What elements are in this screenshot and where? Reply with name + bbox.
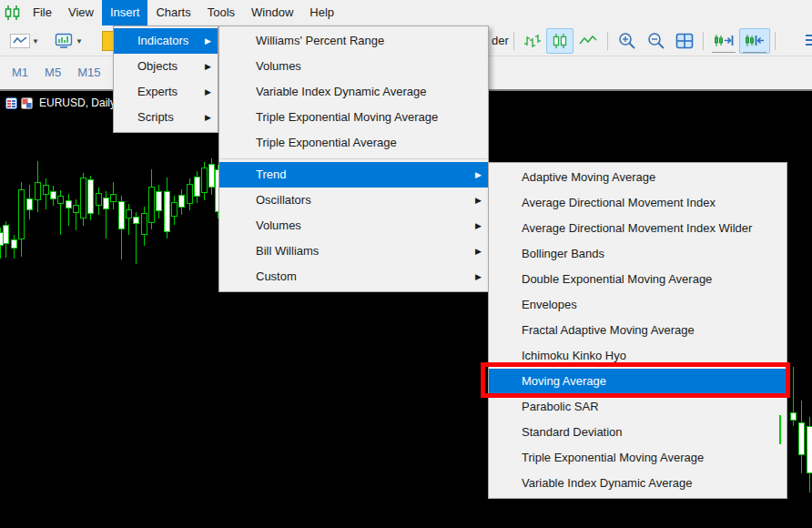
indicators-menu-item-variable-index-dynamic-average[interactable]: Variable Index Dynamic Average (219, 79, 488, 105)
candle-body (798, 422, 805, 455)
candle-body (156, 191, 162, 211)
indicators-menu-item-trend[interactable]: Trend▶ (219, 162, 488, 188)
bar-chart-icon (523, 33, 542, 49)
insert-menu-item-scripts[interactable]: Scripts▶ (114, 105, 218, 130)
insert-menu-item-experts[interactable]: Experts▶ (114, 79, 218, 105)
candle-wick-overlay (779, 415, 781, 444)
trend-menu-item-ichimoku-kinko-hyo[interactable]: Ichimoku Kinko Hyo (489, 343, 787, 369)
line-studies-button[interactable]: ▼ (5, 28, 44, 54)
timeframe-button-m5[interactable]: M5 (36, 62, 69, 84)
indicators-menu-item-williams-percent-range[interactable]: Williams' Percent Range (219, 28, 488, 54)
candle-body (807, 426, 812, 473)
menubar-item-view[interactable]: View (60, 0, 102, 25)
indicators-menu-item-triple-exponential-moving-average[interactable]: Triple Exponential Moving Average (219, 105, 488, 130)
insert-menu-item-indicators[interactable]: Indicators▶ (114, 28, 218, 54)
trend-menu-item-average-directional-movement-index[interactable]: Average Directional Movement Index (489, 190, 787, 216)
scripts-button-partial[interactable] (102, 31, 113, 51)
candle-body (96, 193, 102, 206)
candle-body (50, 191, 56, 199)
indicators-menu-item-volumes[interactable]: Volumes▶ (219, 213, 488, 239)
line-chart-button[interactable] (573, 28, 603, 54)
candle-body (87, 179, 94, 214)
submenu-arrow-icon: ▶ (475, 213, 482, 239)
menu-separator (220, 158, 487, 159)
candle-body (66, 200, 72, 208)
toolbar-separator (607, 32, 608, 50)
chevron-down-icon: ▼ (32, 37, 39, 46)
submenu-arrow-icon: ▶ (205, 54, 211, 79)
timeframe-button-m1[interactable]: M1 (4, 62, 36, 84)
menubar-item-window[interactable]: Window (243, 0, 301, 25)
menubar-item-help[interactable]: Help (301, 0, 342, 25)
insert-dropdown-menu: Indicators▶Objects▶Experts▶Scripts▶ (113, 25, 218, 133)
candle-body (26, 198, 33, 210)
candlestick-chart-icon (551, 33, 569, 49)
candle-body (126, 209, 132, 218)
indicators-icon (54, 33, 74, 49)
toolbar-right-group: der (492, 28, 780, 54)
metatrader-logo-icon (5, 5, 21, 21)
candle-body (148, 187, 155, 223)
toolbar-separator (703, 32, 704, 50)
trend-menu-item-double-exponential-moving-average[interactable]: Double Exponential Moving Average (489, 267, 787, 292)
candle-body (73, 205, 79, 213)
timeframe-button-m15[interactable]: M15 (69, 62, 108, 84)
candle-body (35, 182, 41, 200)
trend-menu-item-variable-index-dynamic-average[interactable]: Variable Index Dynamic Average (489, 471, 787, 496)
menubar-item-insert[interactable]: Insert (102, 0, 148, 25)
auto-scroll-button[interactable] (708, 28, 739, 54)
depth-of-market-icon (5, 97, 17, 109)
bar-chart-button[interactable] (519, 28, 546, 54)
tile-windows-icon (675, 33, 694, 49)
menubar-item-charts[interactable]: Charts (147, 0, 198, 25)
indicators-menu-item-custom[interactable]: Custom▶ (219, 264, 488, 289)
trend-menu-item-envelopes[interactable]: Envelopes (489, 292, 787, 318)
submenu-arrow-icon: ▶ (475, 188, 482, 213)
toolbar-separator (513, 32, 514, 50)
candle-body (164, 191, 170, 232)
submenu-arrow-icon: ▶ (205, 28, 211, 54)
trend-menu-item-moving-average[interactable]: Moving Average (489, 369, 787, 394)
candle-body (118, 201, 125, 229)
menu-bar-items: FileViewInsertChartsToolsWindowHelp (25, 0, 342, 25)
indicators-list-button[interactable]: ▼ (49, 28, 87, 54)
indicators-menu-item-volumes[interactable]: Volumes (219, 54, 488, 79)
trend-submenu: Adaptive Moving AverageAverage Direction… (488, 162, 787, 499)
zoom-in-icon (617, 32, 637, 50)
candle-body (11, 239, 17, 249)
new-order-button-partial[interactable]: der (492, 28, 509, 54)
candlestick-chart-button[interactable] (546, 28, 573, 54)
tile-windows-button[interactable] (671, 28, 698, 54)
submenu-arrow-icon: ▶ (475, 162, 482, 188)
submenu-arrow-icon: ▶ (475, 239, 482, 264)
list-button-partial-icon[interactable] (806, 32, 812, 48)
trend-menu-item-triple-exponential-moving-average[interactable]: Triple Exponential Moving Average (489, 445, 787, 471)
indicators-menu-item-oscillators[interactable]: Oscillators▶ (219, 188, 488, 213)
candle-body (187, 184, 193, 204)
indicators-menu-item-triple-exponential-average[interactable]: Triple Exponential Average (219, 130, 488, 156)
candle-body (80, 178, 86, 218)
insert-menu-item-objects[interactable]: Objects▶ (114, 54, 218, 79)
submenu-arrow-icon: ▶ (205, 79, 211, 105)
candle-body (3, 225, 9, 244)
candle-body (43, 185, 49, 195)
chart-shift-button[interactable] (739, 28, 770, 54)
trend-menu-item-average-directional-movement-index-wilder[interactable]: Average Directional Movement Index Wilde… (489, 216, 787, 241)
chevron-down-icon: ▼ (76, 37, 83, 46)
candle-body (133, 217, 139, 224)
zoom-out-button[interactable] (642, 28, 671, 54)
candle-body (790, 412, 797, 421)
indicators-menu-item-bill-williams[interactable]: Bill Williams▶ (219, 239, 488, 264)
toolbar-left-group: ▼ ▼ (5, 28, 87, 54)
candle-body (194, 177, 200, 197)
trend-menu-item-fractal-adaptive-moving-average[interactable]: Fractal Adaptive Moving Average (489, 318, 787, 343)
trend-menu-item-standard-deviation[interactable]: Standard Deviation (489, 420, 787, 445)
trend-menu-item-adaptive-moving-average[interactable]: Adaptive Moving Average (489, 165, 787, 190)
zoom-in-button[interactable] (613, 28, 642, 54)
trend-menu-item-parabolic-sar[interactable]: Parabolic SAR (489, 394, 787, 420)
candle-body (171, 202, 178, 217)
menubar-item-tools[interactable]: Tools (199, 0, 243, 25)
menubar-item-file[interactable]: File (25, 0, 60, 25)
candle-body (141, 213, 147, 235)
trend-menu-item-bollinger-bands[interactable]: Bollinger Bands (489, 241, 787, 267)
